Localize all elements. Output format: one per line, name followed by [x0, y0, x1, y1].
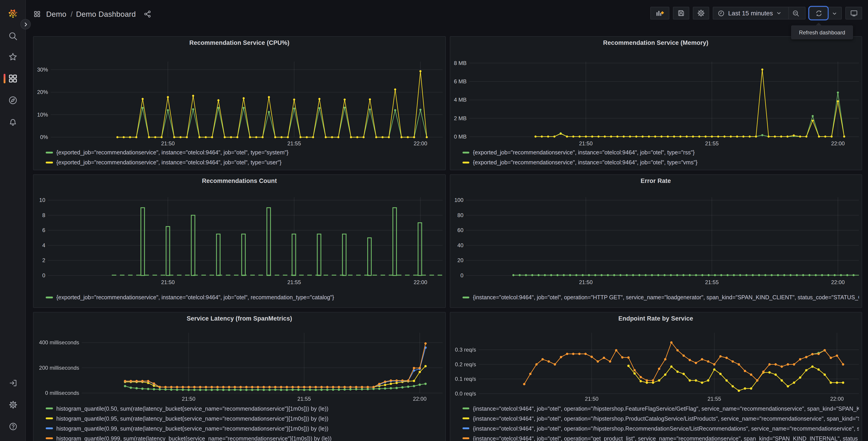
svg-text:0 milliseconds: 0 milliseconds: [45, 390, 79, 396]
svg-text:2: 2: [42, 257, 45, 263]
svg-text:60: 60: [457, 227, 463, 233]
svg-text:21:50: 21:50: [161, 279, 175, 285]
svg-text:0: 0: [460, 272, 463, 278]
svg-text:21:55: 21:55: [287, 141, 301, 147]
svg-text:30%: 30%: [37, 66, 48, 73]
svg-text:21:50: 21:50: [161, 141, 175, 147]
svg-text:22:00: 22:00: [414, 279, 427, 285]
svg-text:10%: 10%: [37, 112, 48, 118]
svg-text:20%: 20%: [37, 89, 48, 95]
svg-text:22:00: 22:00: [831, 141, 844, 147]
svg-text:40: 40: [457, 242, 463, 248]
svg-text:80: 80: [457, 212, 463, 218]
svg-text:0.1 req/s: 0.1 req/s: [455, 376, 476, 382]
svg-text:21:50: 21:50: [182, 396, 195, 402]
svg-text:21:50: 21:50: [579, 141, 592, 147]
svg-text:4: 4: [42, 242, 45, 248]
svg-text:4 MB: 4 MB: [454, 97, 466, 103]
svg-text:6: 6: [42, 227, 45, 233]
svg-text:21:55: 21:55: [707, 396, 721, 402]
svg-text:0 MB: 0 MB: [454, 134, 466, 140]
svg-text:21:50: 21:50: [579, 279, 592, 285]
svg-text:22:00: 22:00: [831, 279, 844, 285]
svg-text:21:55: 21:55: [705, 141, 718, 147]
svg-text:0.3 req/s: 0.3 req/s: [455, 347, 476, 353]
svg-text:0.0 req/s: 0.0 req/s: [455, 390, 476, 396]
svg-text:0.2 req/s: 0.2 req/s: [455, 361, 476, 368]
svg-text:21:55: 21:55: [287, 279, 301, 285]
svg-text:10: 10: [39, 197, 45, 203]
svg-text:22:00: 22:00: [830, 396, 843, 402]
svg-text:21:50: 21:50: [585, 396, 598, 402]
svg-text:8: 8: [42, 212, 45, 218]
svg-text:2 MB: 2 MB: [454, 115, 466, 121]
svg-text:22:00: 22:00: [414, 141, 427, 147]
svg-text:6 MB: 6 MB: [454, 79, 466, 85]
svg-text:21:55: 21:55: [297, 396, 311, 402]
svg-text:22:00: 22:00: [413, 396, 427, 402]
svg-text:0: 0: [42, 272, 45, 278]
svg-text:400 milliseconds: 400 milliseconds: [39, 340, 79, 346]
svg-text:200 milliseconds: 200 milliseconds: [39, 365, 79, 371]
svg-text:8 MB: 8 MB: [454, 60, 466, 66]
svg-text:20: 20: [457, 257, 463, 263]
svg-text:100: 100: [454, 197, 463, 203]
svg-text:21:55: 21:55: [705, 279, 718, 285]
svg-text:0%: 0%: [40, 134, 48, 140]
